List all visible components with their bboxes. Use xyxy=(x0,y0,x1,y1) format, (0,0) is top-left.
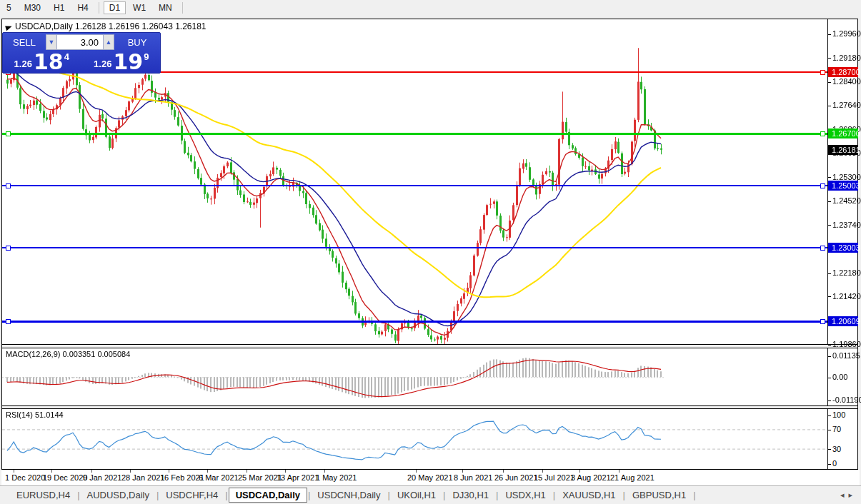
horizontal-line[interactable] xyxy=(2,321,828,323)
price-axis-tick-label: 1.29180 xyxy=(832,54,861,62)
chart-tab-usdcnh[interactable]: USDCNH,Daily xyxy=(311,488,387,503)
date-label: 15 Jul 2021 xyxy=(534,473,574,482)
tick-dash xyxy=(828,356,831,357)
line-handle[interactable] xyxy=(820,70,825,75)
price-axis-tick: 1.23740 xyxy=(828,221,861,229)
timeframe-button-D1[interactable]: D1 xyxy=(104,1,126,14)
price-axis-tick: 1.19860 xyxy=(828,340,861,348)
chart-tab-dj30[interactable]: DJ30,H1 xyxy=(446,488,495,503)
date-tick xyxy=(51,470,52,473)
timeframe-button-H4[interactable]: H4 xyxy=(71,1,94,14)
line-handle[interactable] xyxy=(6,131,11,136)
date-tick xyxy=(416,470,417,473)
date-tick xyxy=(169,470,169,473)
tab-separator: | xyxy=(496,490,498,500)
rsi-axis-tick: 0 xyxy=(828,459,837,468)
date-tick xyxy=(285,470,286,473)
tab-separator: | xyxy=(156,490,159,500)
price-axis-tick-label: 1.19860 xyxy=(832,340,861,348)
tick-dash xyxy=(828,296,831,297)
rsi-canvas[interactable] xyxy=(2,409,828,469)
volume-control: ▼ ▲ xyxy=(46,34,114,50)
price-axis[interactable]: 1.299601.291801.284001.276401.268601.260… xyxy=(827,19,857,344)
chart-tab-audusd[interactable]: AUDUSD,Daily xyxy=(81,488,156,503)
price-axis-tick: 1.28400 xyxy=(828,77,861,86)
price-axis-tick-label: 1.22180 xyxy=(832,268,861,277)
chart-tab-usdchf[interactable]: USDCHF,H4 xyxy=(159,488,224,503)
price-axis-tick: 1.24520 xyxy=(828,196,861,205)
date-label: 19 Dec 2020 xyxy=(43,473,87,482)
volume-input[interactable] xyxy=(57,34,103,50)
date-tick xyxy=(619,470,619,473)
timeframe-button-W1[interactable]: W1 xyxy=(127,1,151,14)
tab-separator: | xyxy=(308,490,310,500)
tab-separator: | xyxy=(387,490,389,500)
date-label: 26 Jun 2021 xyxy=(494,473,538,482)
macd-axis-tick: 0.01135 xyxy=(828,351,860,360)
price-level-label: 1.26700 xyxy=(828,128,858,138)
rsi-axis-tick-label: 70 xyxy=(832,425,841,433)
chart-tab-ukoil[interactable]: UKOil,H1 xyxy=(391,488,442,503)
rsi-axis[interactable]: 10070300 xyxy=(827,409,857,469)
chart-tab-eurusd[interactable]: EURUSD,H4 xyxy=(10,488,76,503)
chart-tab-usdcad[interactable]: USDCAD,Daily xyxy=(229,488,307,503)
price-axis-tick-label: 1.23740 xyxy=(832,221,861,229)
volume-decrease-button[interactable]: ▼ xyxy=(46,34,57,50)
tick-dash xyxy=(828,345,831,346)
rsi-panel: RSI(14) 51.0144 10070300 xyxy=(2,408,857,469)
tick-dash xyxy=(828,106,831,106)
tab-scroll-right-icon[interactable]: ▸ xyxy=(848,490,857,499)
time-axis[interactable]: 1 Dec 202019 Dec 20209 Jan 202128 Jan 20… xyxy=(1,470,860,485)
rsi-axis-tick-label: 0 xyxy=(832,459,837,468)
horizontal-line[interactable] xyxy=(2,185,828,186)
timeframe-button-H1[interactable]: H1 xyxy=(48,1,70,14)
timeframe-button-5[interactable]: 5 xyxy=(1,1,17,14)
buy-price-prefix: 1.26 xyxy=(94,59,111,69)
date-label: 16 Feb 2021 xyxy=(160,473,204,482)
chart-tab-usdx[interactable]: USDX,H1 xyxy=(499,488,552,503)
date-tick xyxy=(207,470,208,473)
price-level-label: 1.25003 xyxy=(828,181,858,191)
horizontal-line[interactable] xyxy=(2,133,828,135)
date-tick xyxy=(324,470,325,473)
timeframe-button-MN[interactable]: MN xyxy=(153,1,178,14)
price-axis-tick: 1.22180 xyxy=(828,268,861,277)
date-label: 3 Aug 2021 xyxy=(571,473,611,482)
line-handle[interactable] xyxy=(6,246,11,251)
date-tick xyxy=(14,470,14,473)
chart-tab-bar: EURUSD,H4|AUDUSD,Daily|USDCHF,H4|USDCAD,… xyxy=(0,485,861,504)
tab-scroll-arrows[interactable]: ◂▸ xyxy=(840,490,857,500)
date-label: 1 May 2021 xyxy=(316,473,357,482)
timeframe-button-M30[interactable]: M30 xyxy=(19,1,46,14)
line-handle[interactable] xyxy=(820,246,825,251)
line-handle[interactable] xyxy=(820,319,825,324)
line-handle[interactable] xyxy=(6,183,11,188)
buy-price-display[interactable]: 1.26 19 9 xyxy=(83,52,161,73)
price-axis-tick-label: 1.29960 xyxy=(832,29,861,38)
horizontal-line[interactable] xyxy=(2,247,828,248)
line-handle[interactable] xyxy=(820,131,825,136)
tab-separator: | xyxy=(693,490,695,500)
tick-dash xyxy=(828,415,831,416)
chart-title-text: USDCAD,Daily 1.26128 1.26196 1.26043 1.2… xyxy=(15,21,206,31)
chart-tab-xauusd[interactable]: XAUUSD,H1 xyxy=(556,488,622,503)
line-handle[interactable] xyxy=(820,183,825,188)
tab-scroll-left-icon[interactable]: ◂ xyxy=(840,490,849,499)
tick-dash xyxy=(828,273,831,274)
price-axis-tick: 1.25300 xyxy=(828,173,861,181)
line-handle[interactable] xyxy=(6,319,11,324)
tick-dash xyxy=(828,430,831,430)
date-label: 25 Mar 2021 xyxy=(238,473,282,482)
date-label: 21 Aug 2021 xyxy=(610,473,655,482)
macd-axis[interactable]: 0.011350.00-0.01190 xyxy=(827,348,857,405)
timeframe-toolbar: 5M30H1H4D1W1MN xyxy=(0,0,861,16)
chart-tab-gbpusd[interactable]: GBPUSD,H1 xyxy=(626,488,692,503)
sell-price-pip: 4 xyxy=(64,51,69,62)
tick-dash xyxy=(828,34,831,35)
tick-dash xyxy=(828,201,831,202)
rsi-axis-tick: 30 xyxy=(828,445,841,453)
sell-price-display[interactable]: 1.26 18 4 xyxy=(3,52,81,73)
price-axis-tick-label: 1.28400 xyxy=(832,77,861,86)
macd-axis-tick-label: 0.00 xyxy=(832,373,847,381)
volume-increase-button[interactable]: ▲ xyxy=(103,34,114,50)
